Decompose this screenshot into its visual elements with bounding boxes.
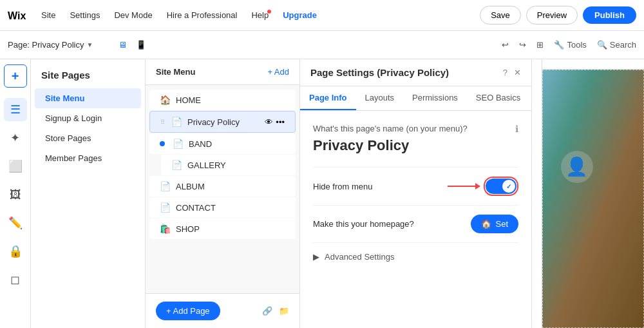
blog-icon[interactable]: ✏️ (4, 211, 27, 235)
help-icon[interactable]: ? (503, 68, 507, 77)
checkmark-icon: ✓ (506, 183, 511, 190)
tab-permissions[interactable]: Permissions (403, 86, 467, 110)
components-icon[interactable]: ⬜ (4, 155, 27, 178)
help-notification-dot (267, 10, 271, 14)
device-icons: 🖥 📱 (116, 37, 149, 52)
ruler-vertical (532, 59, 542, 328)
menu-items-list: 🏠 HOME ⠿ 📄 Privacy Policy 👁 ••• 📄 BAND (146, 85, 299, 293)
preview-button[interactable]: Preview (526, 6, 578, 24)
main-layout: + ☰ ✦ ⬜ 🖼 ✏️ 🔒 ◻ Site Pages Site Menu Si… (0, 59, 644, 328)
info-icon[interactable]: ℹ (515, 124, 518, 134)
more-options-icon[interactable]: ••• (276, 117, 285, 127)
topbar: Wix Site Settings Dev Mode Hire a Profes… (0, 0, 644, 31)
secondbar: Page: Privacy Policy ▼ 🖥 📱 ↩ ↪ ⊞ 🔧 Tools… (0, 31, 644, 59)
page-settings-tabs: Page Info Layouts Permissions SEO Basics… (300, 86, 531, 111)
nav-help[interactable]: Help (245, 7, 275, 23)
nav-hire[interactable]: Hire a Professional (160, 7, 244, 23)
ruler-horizontal (532, 59, 644, 70)
hide-from-menu-label: Hide from menu (313, 182, 448, 191)
nav-devmode[interactable]: Dev Mode (108, 7, 158, 23)
ps-header-icons: ? ✕ (503, 68, 521, 77)
make-homepage-row: Make this your homepage? 🏠 Set (313, 205, 518, 242)
sidebar-item-site-menu[interactable]: Site Menu (35, 88, 141, 108)
list-item[interactable]: 📄 ALBUM (149, 176, 296, 197)
blue-indicator-dot (160, 141, 165, 146)
red-arrow-indicator: ✓ (448, 177, 518, 196)
advanced-settings-row[interactable]: ▶ Advanced Settings (313, 242, 518, 271)
tools-button[interactable]: 🔧 Tools (554, 40, 586, 50)
page-settings-title: Page Settings (Privacy Policy) (310, 67, 449, 78)
page-icon: 📄 (160, 181, 171, 191)
nav-site[interactable]: Site (35, 7, 62, 23)
canvas-area[interactable]: 👤 (532, 59, 644, 328)
menu-item-label: BAND (189, 139, 285, 149)
topbar-nav: Site Settings Dev Mode Hire a Profession… (35, 7, 323, 23)
upgrade-button[interactable]: Upgrade (276, 7, 323, 23)
nav-settings[interactable]: Settings (63, 7, 106, 23)
menu-item-label: HOME (176, 95, 285, 105)
sidebar-item-store[interactable]: Store Pages (35, 128, 141, 148)
pages-panel: Site Pages Site Menu Signup & Login Stor… (31, 59, 146, 328)
advanced-settings-label: Advanced Settings (325, 252, 394, 262)
list-item[interactable]: 📄 CONTACT (149, 197, 296, 218)
pages-panel-title: Site Pages (31, 67, 145, 88)
page-settings-panel: Page Settings (Privacy Policy) ? ✕ Page … (300, 59, 532, 328)
tab-page-info[interactable]: Page Info (300, 86, 356, 110)
link-icon[interactable]: 🔗 (262, 306, 272, 316)
svg-text:Wix: Wix (8, 10, 26, 21)
app-icon[interactable]: ◻ (4, 268, 27, 291)
wix-logo: Wix (8, 9, 30, 22)
list-item[interactable]: 📄 GALLERY (161, 155, 296, 175)
add-element-button[interactable]: + (4, 64, 27, 88)
page-selector[interactable]: Page: Privacy Policy ▼ (8, 40, 93, 50)
add-page-link[interactable]: + Add (267, 67, 289, 77)
tools-icon: 🔧 (554, 40, 564, 50)
page-name-value: Privacy Policy (313, 137, 518, 154)
user-avatar-icon: 👤 (565, 156, 588, 177)
canvas-background: 👤 (532, 59, 644, 328)
menu-item-label: GALLERY (187, 160, 285, 170)
folder-icon[interactable]: 📁 (279, 306, 289, 316)
make-homepage-label: Make this your homepage? (313, 219, 414, 229)
page-settings-body: What's this page's name (on your menu)? … (300, 111, 531, 328)
save-button[interactable]: Save (480, 6, 521, 24)
search-button[interactable]: 🔍 Search (597, 40, 636, 50)
page-settings-header: Page Settings (Privacy Policy) ? ✕ (300, 59, 531, 86)
left-sidebar: + ☰ ✦ ⬜ 🖼 ✏️ 🔒 ◻ (0, 59, 31, 328)
eye-icon[interactable]: 👁 (265, 117, 273, 127)
secondbar-actions: ↩ ↪ ⊞ 🔧 Tools 🔍 Search (502, 40, 636, 50)
page-icon: 📄 (173, 139, 184, 149)
tab-layouts[interactable]: Layouts (356, 86, 404, 110)
list-item[interactable]: 📄 BAND (149, 133, 296, 154)
menu-item-label: CONTACT (176, 203, 285, 213)
zoom-button[interactable]: ⊞ (536, 40, 544, 50)
list-item[interactable]: 🏠 HOME (149, 90, 296, 110)
store-icon[interactable]: 🔒 (4, 240, 27, 263)
close-icon[interactable]: ✕ (514, 68, 521, 77)
design-icon[interactable]: ✦ (4, 126, 27, 150)
add-page-button[interactable]: + Add Page (156, 302, 220, 320)
undo-button[interactable]: ↩ (502, 40, 509, 50)
sidebar-item-member[interactable]: Member Pages (35, 148, 141, 168)
list-item[interactable]: ⠿ 📄 Privacy Policy 👁 ••• (149, 111, 296, 133)
page-name-label: What's this page's name (on your menu)? (313, 124, 468, 133)
shop-icon: 🛍️ (160, 224, 171, 234)
media-icon[interactable]: 🖼 (4, 183, 27, 206)
home-small-icon: 🏠 (481, 219, 491, 229)
redo-button[interactable]: ↪ (519, 40, 526, 50)
publish-button[interactable]: Publish (583, 6, 636, 24)
add-page-icons: 🔗 📁 (262, 306, 289, 316)
desktop-icon[interactable]: 🖥 (116, 37, 129, 52)
sidebar-item-signup[interactable]: Signup & Login (35, 108, 141, 128)
toggle-thumb: ✓ (502, 180, 515, 193)
home-icon: 🏠 (160, 95, 171, 105)
hide-from-menu-toggle[interactable]: ✓ (486, 178, 516, 194)
drag-handle-icon: ⠿ (160, 119, 165, 126)
list-item[interactable]: 🛍️ SHOP (149, 218, 296, 239)
site-menu-panel: Site Menu + Add 🏠 HOME ⠿ 📄 Privacy Polic… (146, 59, 300, 328)
set-homepage-button[interactable]: 🏠 Set (471, 215, 518, 233)
tab-seo-basics[interactable]: SEO Basics (467, 86, 529, 110)
mobile-icon[interactable]: 📱 (133, 37, 149, 52)
site-menu-header: Site Menu + Add (146, 59, 299, 85)
pages-icon[interactable]: ☰ (4, 98, 27, 121)
